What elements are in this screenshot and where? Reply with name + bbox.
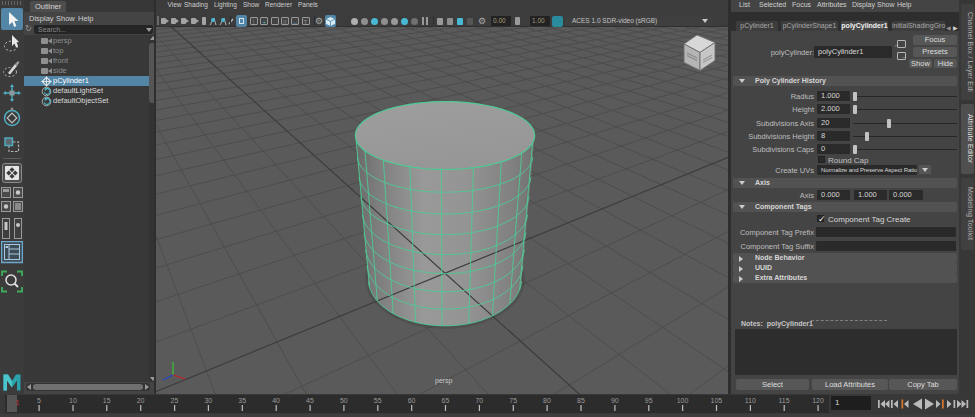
svg-text:25: 25 bbox=[171, 397, 179, 404]
svg-text:30: 30 bbox=[204, 397, 212, 404]
svg-text:45: 45 bbox=[306, 397, 314, 404]
svg-text:35: 35 bbox=[238, 397, 246, 404]
svg-text:15: 15 bbox=[103, 397, 111, 404]
svg-text:120: 120 bbox=[812, 397, 824, 404]
svg-text:90: 90 bbox=[611, 397, 619, 404]
svg-text:80: 80 bbox=[543, 397, 551, 404]
svg-text:5: 5 bbox=[37, 397, 41, 404]
svg-text:40: 40 bbox=[272, 397, 280, 404]
svg-text:10: 10 bbox=[69, 397, 77, 404]
svg-text:95: 95 bbox=[645, 397, 653, 404]
svg-text:55: 55 bbox=[374, 397, 382, 404]
svg-text:115: 115 bbox=[779, 397, 790, 404]
svg-text:85: 85 bbox=[577, 397, 585, 404]
svg-text:20: 20 bbox=[137, 397, 145, 404]
svg-text:65: 65 bbox=[442, 397, 450, 404]
svg-text:100: 100 bbox=[677, 397, 689, 404]
svg-text:60: 60 bbox=[408, 397, 416, 404]
svg-text:110: 110 bbox=[745, 397, 756, 404]
svg-text:50: 50 bbox=[340, 397, 348, 404]
svg-text:70: 70 bbox=[475, 397, 483, 404]
svg-text:105: 105 bbox=[711, 397, 723, 404]
svg-text:75: 75 bbox=[509, 397, 517, 404]
